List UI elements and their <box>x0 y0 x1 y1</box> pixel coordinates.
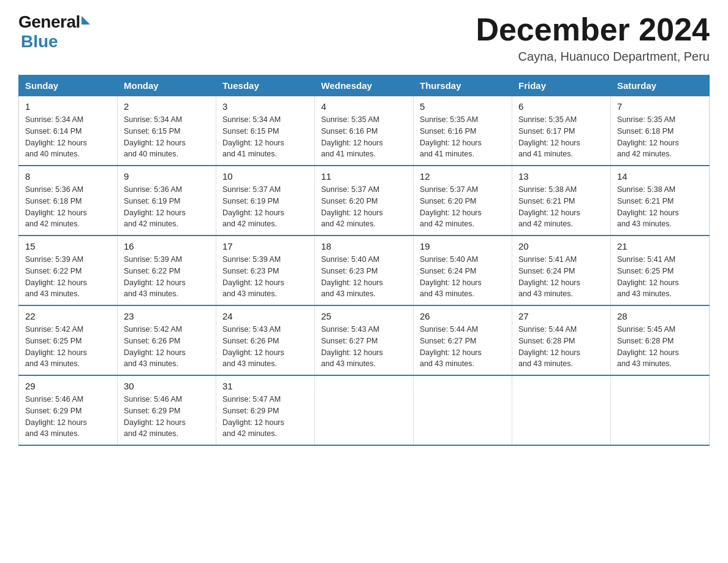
weekday-header-sunday: Sunday <box>19 75 118 96</box>
day-number: 25 <box>321 311 407 321</box>
day-info: Sunrise: 5:42 AMSunset: 6:25 PMDaylight:… <box>25 325 87 368</box>
day-number: 20 <box>518 241 604 251</box>
day-info: Sunrise: 5:47 AMSunset: 6:29 PMDaylight:… <box>222 395 284 438</box>
day-info: Sunrise: 5:46 AMSunset: 6:29 PMDaylight:… <box>124 395 186 438</box>
day-info: Sunrise: 5:40 AMSunset: 6:24 PMDaylight:… <box>420 255 482 298</box>
day-info: Sunrise: 5:43 AMSunset: 6:27 PMDaylight:… <box>321 325 383 368</box>
day-info: Sunrise: 5:37 AMSunset: 6:19 PMDaylight:… <box>222 185 284 228</box>
day-info: Sunrise: 5:36 AMSunset: 6:19 PMDaylight:… <box>124 185 186 228</box>
day-cell-10: 10 Sunrise: 5:37 AMSunset: 6:19 PMDaylig… <box>216 166 315 236</box>
day-number: 11 <box>321 171 407 182</box>
title-section: December 2024 Cayna, Huanuco Department,… <box>476 12 710 64</box>
logo-arrow-icon <box>82 16 90 25</box>
day-info: Sunrise: 5:41 AMSunset: 6:24 PMDaylight:… <box>518 255 580 298</box>
logo-general-text: General <box>18 12 80 32</box>
day-info: Sunrise: 5:42 AMSunset: 6:26 PMDaylight:… <box>124 325 186 368</box>
day-cell-14: 14 Sunrise: 5:38 AMSunset: 6:21 PMDaylig… <box>611 166 710 236</box>
logo: General Blue <box>18 12 90 52</box>
day-number: 15 <box>25 241 111 251</box>
day-cell-30: 30 Sunrise: 5:46 AMSunset: 6:29 PMDaylig… <box>118 375 216 445</box>
day-cell-12: 12 Sunrise: 5:37 AMSunset: 6:20 PMDaylig… <box>414 166 512 236</box>
empty-cell <box>512 375 611 445</box>
day-info: Sunrise: 5:38 AMSunset: 6:21 PMDaylight:… <box>518 185 580 228</box>
day-cell-7: 7 Sunrise: 5:35 AMSunset: 6:18 PMDayligh… <box>611 96 710 166</box>
weekday-header-saturday: Saturday <box>611 75 710 96</box>
logo-blue-text: Blue <box>21 32 58 52</box>
empty-cell <box>414 375 512 445</box>
day-number: 18 <box>321 241 407 251</box>
day-info: Sunrise: 5:35 AMSunset: 6:16 PMDaylight:… <box>420 115 482 158</box>
day-cell-29: 29 Sunrise: 5:46 AMSunset: 6:29 PMDaylig… <box>19 375 118 445</box>
day-info: Sunrise: 5:34 AMSunset: 6:15 PMDaylight:… <box>222 115 284 158</box>
empty-cell <box>315 375 414 445</box>
day-info: Sunrise: 5:37 AMSunset: 6:20 PMDaylight:… <box>420 185 482 228</box>
day-info: Sunrise: 5:45 AMSunset: 6:28 PMDaylight:… <box>617 325 679 368</box>
day-info: Sunrise: 5:35 AMSunset: 6:17 PMDaylight:… <box>518 115 580 158</box>
day-number: 6 <box>518 101 604 112</box>
weekday-header-monday: Monday <box>118 75 216 96</box>
day-number: 26 <box>420 311 506 321</box>
calendar-table: SundayMondayTuesdayWednesdayThursdayFrid… <box>18 75 710 446</box>
empty-cell <box>611 375 710 445</box>
day-cell-24: 24 Sunrise: 5:43 AMSunset: 6:26 PMDaylig… <box>216 305 315 375</box>
day-info: Sunrise: 5:39 AMSunset: 6:22 PMDaylight:… <box>25 255 87 298</box>
day-number: 22 <box>25 311 111 321</box>
day-info: Sunrise: 5:38 AMSunset: 6:21 PMDaylight:… <box>617 185 679 228</box>
week-row-2: 8 Sunrise: 5:36 AMSunset: 6:18 PMDayligh… <box>19 166 710 236</box>
day-cell-22: 22 Sunrise: 5:42 AMSunset: 6:25 PMDaylig… <box>19 305 118 375</box>
day-info: Sunrise: 5:35 AMSunset: 6:16 PMDaylight:… <box>321 115 383 158</box>
day-number: 23 <box>124 311 210 321</box>
day-cell-26: 26 Sunrise: 5:44 AMSunset: 6:27 PMDaylig… <box>414 305 512 375</box>
day-info: Sunrise: 5:39 AMSunset: 6:22 PMDaylight:… <box>124 255 186 298</box>
day-info: Sunrise: 5:34 AMSunset: 6:14 PMDaylight:… <box>25 115 87 158</box>
day-info: Sunrise: 5:35 AMSunset: 6:18 PMDaylight:… <box>617 115 679 158</box>
day-cell-21: 21 Sunrise: 5:41 AMSunset: 6:25 PMDaylig… <box>611 236 710 305</box>
week-row-1: 1 Sunrise: 5:34 AMSunset: 6:14 PMDayligh… <box>19 96 710 166</box>
location: Cayna, Huanuco Department, Peru <box>476 50 710 64</box>
day-info: Sunrise: 5:39 AMSunset: 6:23 PMDaylight:… <box>222 255 284 298</box>
day-number: 9 <box>124 171 210 182</box>
day-cell-6: 6 Sunrise: 5:35 AMSunset: 6:17 PMDayligh… <box>512 96 611 166</box>
day-number: 3 <box>222 101 308 112</box>
day-number: 30 <box>124 381 210 391</box>
day-info: Sunrise: 5:41 AMSunset: 6:25 PMDaylight:… <box>617 255 679 298</box>
day-info: Sunrise: 5:40 AMSunset: 6:23 PMDaylight:… <box>321 255 383 298</box>
day-cell-31: 31 Sunrise: 5:47 AMSunset: 6:29 PMDaylig… <box>216 375 315 445</box>
day-number: 5 <box>420 101 506 112</box>
day-cell-8: 8 Sunrise: 5:36 AMSunset: 6:18 PMDayligh… <box>19 166 118 236</box>
page-header: General Blue December 2024 Cayna, Huanuc… <box>18 12 710 64</box>
day-cell-4: 4 Sunrise: 5:35 AMSunset: 6:16 PMDayligh… <box>315 96 414 166</box>
day-number: 14 <box>617 171 703 182</box>
day-cell-27: 27 Sunrise: 5:44 AMSunset: 6:28 PMDaylig… <box>512 305 611 375</box>
day-cell-1: 1 Sunrise: 5:34 AMSunset: 6:14 PMDayligh… <box>19 96 118 166</box>
weekday-header-row: SundayMondayTuesdayWednesdayThursdayFrid… <box>19 75 710 96</box>
week-row-3: 15 Sunrise: 5:39 AMSunset: 6:22 PMDaylig… <box>19 236 710 305</box>
day-info: Sunrise: 5:44 AMSunset: 6:28 PMDaylight:… <box>518 325 580 368</box>
day-number: 19 <box>420 241 506 251</box>
day-cell-2: 2 Sunrise: 5:34 AMSunset: 6:15 PMDayligh… <box>118 96 216 166</box>
day-number: 28 <box>617 311 703 321</box>
day-number: 17 <box>222 241 308 251</box>
day-number: 7 <box>617 101 703 112</box>
day-cell-17: 17 Sunrise: 5:39 AMSunset: 6:23 PMDaylig… <box>216 236 315 305</box>
day-cell-9: 9 Sunrise: 5:36 AMSunset: 6:19 PMDayligh… <box>118 166 216 236</box>
day-cell-23: 23 Sunrise: 5:42 AMSunset: 6:26 PMDaylig… <box>118 305 216 375</box>
day-number: 12 <box>420 171 506 182</box>
week-row-5: 29 Sunrise: 5:46 AMSunset: 6:29 PMDaylig… <box>19 375 710 445</box>
day-number: 29 <box>25 381 111 391</box>
month-title: December 2024 <box>476 12 710 47</box>
day-cell-11: 11 Sunrise: 5:37 AMSunset: 6:20 PMDaylig… <box>315 166 414 236</box>
day-info: Sunrise: 5:44 AMSunset: 6:27 PMDaylight:… <box>420 325 482 368</box>
day-info: Sunrise: 5:36 AMSunset: 6:18 PMDaylight:… <box>25 185 87 228</box>
day-number: 16 <box>124 241 210 251</box>
day-cell-28: 28 Sunrise: 5:45 AMSunset: 6:28 PMDaylig… <box>611 305 710 375</box>
day-number: 8 <box>25 171 111 182</box>
day-number: 24 <box>222 311 308 321</box>
weekday-header-wednesday: Wednesday <box>315 75 414 96</box>
day-cell-20: 20 Sunrise: 5:41 AMSunset: 6:24 PMDaylig… <box>512 236 611 305</box>
day-number: 27 <box>518 311 604 321</box>
day-cell-16: 16 Sunrise: 5:39 AMSunset: 6:22 PMDaylig… <box>118 236 216 305</box>
day-number: 21 <box>617 241 703 251</box>
day-cell-13: 13 Sunrise: 5:38 AMSunset: 6:21 PMDaylig… <box>512 166 611 236</box>
day-number: 1 <box>25 101 111 112</box>
